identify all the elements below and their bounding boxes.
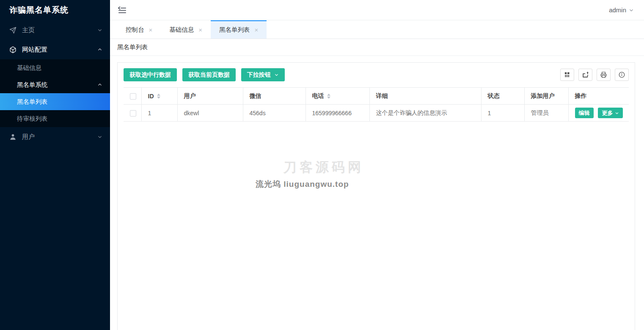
cell-wechat: 456ds <box>243 105 305 122</box>
sidebar-item-users[interactable]: 用户 <box>0 127 110 147</box>
column-label: 操作 <box>575 92 587 99</box>
page-title: 黑名单列表 <box>110 39 644 56</box>
menu-fold-icon <box>118 6 127 15</box>
column-header-wechat: 微信 <box>243 88 305 105</box>
table-card: 获取选中行数据 获取当前页数据 下拉按钮 <box>117 62 635 330</box>
column-label: 详细 <box>376 92 388 99</box>
column-label: 微信 <box>250 92 261 99</box>
cell-added-by: 管理员 <box>524 105 568 122</box>
export-icon <box>582 71 589 78</box>
sidebar-item-label: 主页 <box>22 26 97 34</box>
user-name: admin <box>609 6 626 14</box>
export-button[interactable] <box>578 69 592 81</box>
sidebar: 诈骗黑名单系统 主页 网站配置 基础信息 黑名单系统 黑名单列表 待审核列表 用… <box>0 0 110 330</box>
sidebar-item-blacklist-system[interactable]: 黑名单系统 <box>0 76 110 93</box>
get-current-page-button[interactable]: 获取当前页数据 <box>182 68 236 81</box>
sidebar-item-label: 待审核列表 <box>17 115 102 123</box>
send-icon <box>9 27 17 34</box>
cell-id: 1 <box>141 105 177 122</box>
tabs-bar: 控制台 × 基础信息 × 黑名单列表 × <box>110 20 644 39</box>
chevron-up-icon <box>97 47 102 52</box>
sidebar-item-label: 基础信息 <box>17 64 102 72</box>
chevron-down-icon <box>615 111 619 115</box>
row-checkbox[interactable] <box>130 110 136 116</box>
column-header-added-by: 添加用户 <box>524 88 568 105</box>
table-row[interactable]: 1 dkewl 456ds 165999966666 这个是个诈骗人的信息演示 … <box>124 105 629 122</box>
columns-icon <box>564 72 570 78</box>
cell-phone: 165999966666 <box>305 105 369 122</box>
edit-button[interactable]: 编辑 <box>575 108 594 118</box>
tab-label: 黑名单列表 <box>219 26 250 34</box>
column-header-detail: 详细 <box>369 88 481 105</box>
chevron-down-icon <box>274 72 279 77</box>
cube-icon <box>9 46 17 53</box>
sidebar-item-blacklist-list[interactable]: 黑名单列表 <box>0 93 110 110</box>
user-menu[interactable]: admin <box>609 6 634 14</box>
dropdown-button[interactable]: 下拉按钮 <box>241 68 285 81</box>
cell-status: 1 <box>481 105 524 122</box>
sidebar-item-site-config[interactable]: 网站配置 <box>0 40 110 59</box>
column-label: 用户 <box>184 92 196 99</box>
sidebar-item-label: 网站配置 <box>22 46 97 54</box>
sort-icon[interactable] <box>157 94 160 99</box>
button-label: 获取当前页数据 <box>188 71 230 79</box>
tab-blacklist-list[interactable]: 黑名单列表 × <box>211 20 267 39</box>
select-all-cell <box>124 88 141 105</box>
tab-console[interactable]: 控制台 × <box>117 20 161 39</box>
chevron-down-icon <box>97 28 102 33</box>
cell-user: dkewl <box>177 105 243 122</box>
cell-detail: 这个是个诈骗人的信息演示 <box>369 105 481 122</box>
column-label: 添加用户 <box>531 92 555 99</box>
column-header-phone[interactable]: 电话 <box>305 88 369 105</box>
toolbar-icon-buttons <box>558 69 629 81</box>
sort-icon[interactable] <box>327 94 330 99</box>
print-button[interactable] <box>597 69 611 81</box>
close-icon[interactable]: × <box>198 27 202 33</box>
table-header-row: ID 用户 微信 电话 详细 状态 <box>124 88 629 105</box>
column-header-user: 用户 <box>177 88 243 105</box>
sidebar-item-home[interactable]: 主页 <box>0 20 110 40</box>
column-label: 状态 <box>488 92 500 99</box>
sidebar-submenu-site-config: 基础信息 黑名单系统 黑名单列表 待审核列表 <box>0 59 110 127</box>
column-label: ID <box>148 93 154 100</box>
info-button[interactable] <box>615 69 629 81</box>
app-title: 诈骗黑名单系统 <box>0 0 110 20</box>
button-label: 下拉按钮 <box>247 71 271 79</box>
chevron-down-icon <box>97 134 102 139</box>
tab-basic-info[interactable]: 基础信息 × <box>161 20 211 39</box>
column-label: 电话 <box>312 92 324 100</box>
close-icon[interactable]: × <box>255 27 259 33</box>
toolbar-buttons: 获取选中行数据 获取当前页数据 下拉按钮 <box>124 68 289 81</box>
tab-label: 控制台 <box>126 26 144 34</box>
button-label: 更多 <box>602 109 613 117</box>
button-label: 编辑 <box>579 109 590 117</box>
sidebar-item-label: 黑名单列表 <box>17 98 102 106</box>
blacklist-table: ID 用户 微信 电话 详细 状态 <box>124 87 629 122</box>
column-header-id[interactable]: ID <box>141 88 177 105</box>
print-icon <box>600 72 607 78</box>
toggle-columns-button[interactable] <box>560 69 574 81</box>
sidebar-item-label: 用户 <box>22 133 97 141</box>
user-icon <box>9 133 17 141</box>
close-icon[interactable]: × <box>149 27 153 33</box>
content-area: 刀客源码网 流光坞 liuguangwu.top 获取选中行数据 获取当前页数据… <box>110 56 644 330</box>
chevron-down-icon <box>629 8 634 13</box>
column-header-actions: 操作 <box>568 88 629 105</box>
table-toolbar: 获取选中行数据 获取当前页数据 下拉按钮 <box>118 63 635 87</box>
tab-label: 基础信息 <box>169 26 194 34</box>
chevron-up-icon <box>97 82 102 87</box>
cell-actions: 编辑 更多 <box>568 105 629 122</box>
column-header-status: 状态 <box>481 88 524 105</box>
row-select-cell <box>124 105 141 122</box>
get-selected-rows-button[interactable]: 获取选中行数据 <box>124 68 177 81</box>
select-all-checkbox[interactable] <box>130 93 136 100</box>
main-area: admin 控制台 × 基础信息 × 黑名单列表 × 黑名单列表 刀客源码网 流… <box>110 0 644 330</box>
sidebar-item-basic-info[interactable]: 基础信息 <box>0 59 110 76</box>
more-button[interactable]: 更多 <box>598 108 623 118</box>
collapse-sidebar-button[interactable] <box>118 6 127 15</box>
button-label: 获取选中行数据 <box>129 71 171 79</box>
sidebar-item-label: 黑名单系统 <box>17 81 97 89</box>
sidebar-item-pending-review-list[interactable]: 待审核列表 <box>0 110 110 127</box>
top-bar: admin <box>110 0 644 20</box>
info-icon <box>619 72 625 78</box>
